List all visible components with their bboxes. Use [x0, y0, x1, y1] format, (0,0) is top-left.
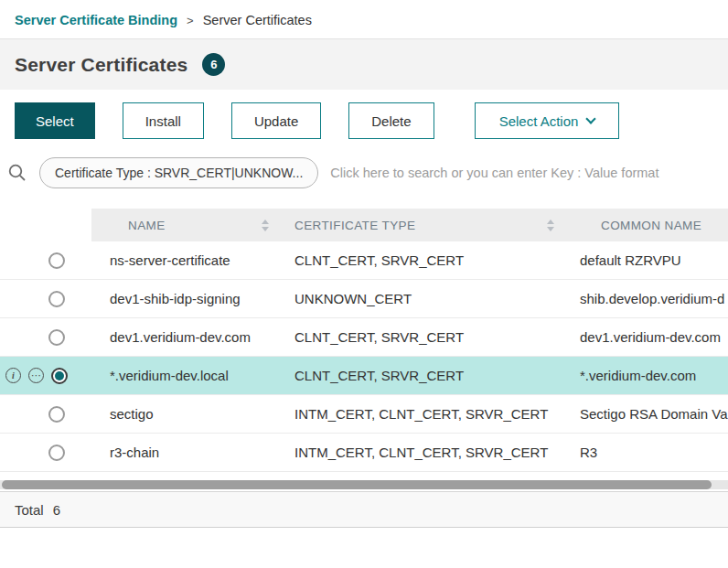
total-bar: Total 6: [0, 491, 728, 528]
column-header-common-name[interactable]: COMMON NAME: [580, 209, 728, 241]
breadcrumb-link-server-certificate-binding[interactable]: Server Certificate Binding: [15, 13, 177, 27]
cell-name: sectigo: [91, 406, 294, 422]
cell-certificate-type: INTM_CERT, CLNT_CERT, SRVR_CERT: [294, 445, 580, 460]
table-row: sectigo INTM_CERT, CLNT_CERT, SRVR_CERT …: [0, 395, 728, 434]
horizontal-scrollbar[interactable]: [0, 480, 728, 489]
page-title: Server Certificates: [15, 54, 187, 76]
table-row: ns-server-certificate CLNT_CERT, SRVR_CE…: [0, 241, 728, 280]
cell-name: dev1.veridium-dev.com: [91, 329, 294, 345]
breadcrumb-current: Server Certificates: [203, 13, 312, 27]
sort-icon: [262, 220, 269, 231]
cell-common-name: Sectigo RSA Domain Va: [580, 406, 728, 422]
install-button[interactable]: Install: [123, 102, 204, 139]
row-radio[interactable]: [48, 445, 65, 461]
cell-certificate-type: INTM_CERT, CLNT_CERT, SRVR_CERT: [294, 406, 580, 422]
cell-name: r3-chain: [91, 445, 294, 460]
cell-certificate-type: CLNT_CERT, SRVR_CERT: [294, 252, 580, 268]
count-badge: 6: [202, 53, 225, 76]
column-header-name[interactable]: NAME: [91, 209, 294, 241]
cell-certificate-type: CLNT_CERT, SRVR_CERT: [294, 329, 580, 345]
title-band: Server Certificates 6: [0, 39, 728, 90]
sort-icon: [547, 220, 554, 231]
row-radio[interactable]: [48, 406, 65, 423]
cell-name: ns-server-certificate: [91, 252, 294, 268]
table-header-row: NAME CERTIFICATE TYPE COMMON NAME: [0, 209, 728, 241]
certificates-table: NAME CERTIFICATE TYPE COMMON NAME ns-ser…: [0, 209, 728, 472]
toolbar: Select Install Update Delete Select Acti…: [0, 90, 728, 150]
cell-common-name: default RZRVPU: [580, 252, 728, 268]
info-icon[interactable]: i: [5, 368, 21, 383]
cell-certificate-type: CLNT_CERT, SRVR_CERT: [294, 368, 580, 383]
ellipsis-menu-icon[interactable]: ⋯: [28, 368, 44, 383]
cell-common-name: *.veridium-dev.com: [580, 368, 728, 383]
total-value: 6: [53, 502, 60, 518]
select-button[interactable]: Select: [15, 102, 95, 139]
breadcrumb: Server Certificate Binding > Server Cert…: [0, 0, 728, 39]
row-radio[interactable]: [48, 329, 65, 346]
filter-chip-certificate-type[interactable]: Certificate Type : SRVR_CERT|UNKNOW...: [39, 157, 318, 188]
total-label: Total: [15, 502, 44, 518]
cell-certificate-type: UNKNOWN_CERT: [294, 291, 580, 306]
select-action-button[interactable]: Select Action: [475, 102, 620, 139]
scrollbar-thumb[interactable]: [2, 480, 712, 489]
chevron-down-icon: [586, 113, 596, 123]
cell-name: dev1-shib-idp-signing: [91, 291, 294, 306]
breadcrumb-separator: >: [187, 14, 194, 27]
search-bar: Certificate Type : SRVR_CERT|UNKNOW...: [0, 150, 728, 203]
search-input[interactable]: [330, 166, 713, 180]
search-icon: [7, 163, 27, 183]
table-row: r3-chain INTM_CERT, CLNT_CERT, SRVR_CERT…: [0, 434, 728, 472]
row-radio[interactable]: [48, 252, 65, 269]
cell-common-name: dev1.veridium-dev.com: [580, 329, 728, 345]
table-row-selected: i ⋯ *.veridium-dev.local CLNT_CERT, SRVR…: [0, 357, 728, 395]
delete-button[interactable]: Delete: [348, 102, 434, 139]
update-button[interactable]: Update: [231, 102, 321, 139]
select-action-label: Select Action: [499, 113, 579, 129]
table-row: dev1-shib-idp-signing UNKNOWN_CERT shib.…: [0, 280, 728, 318]
table-row: dev1.veridium-dev.com CLNT_CERT, SRVR_CE…: [0, 318, 728, 357]
row-radio-checked[interactable]: [51, 368, 68, 384]
cell-common-name: R3: [580, 445, 728, 460]
row-radio[interactable]: [48, 291, 65, 307]
cell-common-name: shib.develop.veridium-d: [580, 291, 728, 306]
cell-name: *.veridium-dev.local: [91, 368, 294, 383]
column-header-certificate-type[interactable]: CERTIFICATE TYPE: [294, 209, 580, 241]
header-select-column: [0, 209, 91, 241]
